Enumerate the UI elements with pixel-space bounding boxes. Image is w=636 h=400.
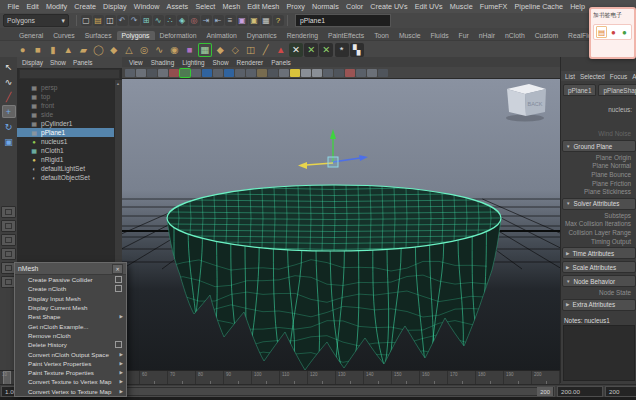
viewport-menu-item[interactable]: Panels <box>271 59 291 66</box>
joint-x-icon[interactable]: ✕ <box>289 43 303 57</box>
outliner-search-bar[interactable] <box>19 69 120 79</box>
outliner-item-top[interactable]: ▦ top <box>17 92 122 101</box>
textured-display-icon[interactable] <box>202 69 212 77</box>
render-current-frame-icon[interactable]: ▣ <box>237 15 248 26</box>
menubar-item[interactable]: Window <box>130 2 163 11</box>
frame-all-icon[interactable] <box>323 69 333 77</box>
menubar-item[interactable]: Color <box>342 2 366 11</box>
nmesh-menu-item[interactable]: Get nCloth Example... <box>15 321 126 330</box>
section-scale-attributes[interactable]: ▶ Scale Attributes <box>562 261 636 273</box>
polygon-torus-icon[interactable]: ◯ <box>92 43 106 57</box>
nmesh-menu-item[interactable]: Convert Vertex to Texture Map ▶ <box>15 387 126 396</box>
output-connections-icon[interactable]: ⇤ <box>213 15 224 26</box>
menubar-item[interactable]: Proxy <box>283 2 309 11</box>
camera-icon[interactable] <box>125 69 135 77</box>
polygon-cube-icon[interactable]: ■ <box>31 43 45 57</box>
timeline-tick[interactable]: 80 <box>196 371 224 385</box>
multi-pass-icon[interactable] <box>378 69 388 77</box>
extrude-icon[interactable]: ◆ <box>213 43 227 57</box>
outliner-item-nrigid1[interactable]: ● nRigid1 <box>17 155 122 164</box>
shelf-tab[interactable]: Curves <box>48 31 80 40</box>
timeline-tick[interactable]: 140 <box>364 371 392 385</box>
menubar-item[interactable]: FumeFX <box>476 2 511 11</box>
outliner-menu-item[interactable]: Show <box>50 59 66 66</box>
outliner-item-side[interactable]: ▦ side <box>17 110 122 119</box>
make-live-icon[interactable]: ◎ <box>189 15 200 26</box>
nmesh-menu-item[interactable]: Remove nCloth <box>15 331 126 340</box>
polygon-plane-icon[interactable]: ▰ <box>76 43 90 57</box>
undo-icon[interactable]: ↶ <box>117 15 128 26</box>
select-tool-icon[interactable]: ↖ <box>2 60 16 73</box>
outliner-item-nucleus1[interactable]: ● nucleus1 <box>17 137 122 146</box>
shelf-tab[interactable]: Rendering <box>282 31 323 40</box>
ipr-render-icon[interactable]: ▣ <box>249 15 260 26</box>
range-slider[interactable]: 1 200 <box>99 386 555 397</box>
stereo-icon[interactable] <box>367 69 377 77</box>
nmesh-menu-item[interactable]: Convert nCloth Output Space ▶ <box>15 349 126 358</box>
nmesh-menu-item[interactable]: Rest Shape ▶ <box>15 312 126 321</box>
shelf-tab[interactable]: Muscle <box>394 31 426 40</box>
timeline-tick[interactable]: 150 <box>392 371 420 385</box>
rotate-tool-icon[interactable]: ↻ <box>2 120 16 133</box>
shelf-tab[interactable]: nCloth <box>500 31 530 40</box>
shelf-tab[interactable]: Animation <box>202 31 242 40</box>
heads-up-display-icon[interactable] <box>345 69 355 77</box>
shelf-selector-dropdown[interactable]: Polygons ▾ <box>3 14 69 27</box>
constraint-x-icon[interactable]: ✕ <box>319 43 333 57</box>
timeline-tick[interactable]: 190 <box>504 371 532 385</box>
shelf-tab[interactable]: General <box>14 31 48 40</box>
section-ground-plane[interactable]: ▼ Ground Plane <box>562 140 636 152</box>
red-badge-icon[interactable]: ● <box>609 27 618 37</box>
polygon-pipe-icon[interactable]: ◎ <box>137 43 151 57</box>
attribute-editor-menu-item[interactable]: Attributes <box>632 73 636 80</box>
timeline-tick[interactable]: 90 <box>224 371 252 385</box>
attribute-editor-menu-item[interactable]: Focus <box>610 73 627 80</box>
grid-toggle-icon[interactable] <box>158 69 168 77</box>
layout-single-button[interactable] <box>1 206 16 218</box>
option-box-icon[interactable] <box>115 276 122 283</box>
timeline-tick[interactable]: 110 <box>280 371 308 385</box>
nmesh-menu-item[interactable]: Paint Texture Properties ▶ <box>15 368 126 377</box>
outliner-item-ncloth1[interactable]: ▦ nCloth1 <box>17 146 122 155</box>
playback-end-field[interactable]: 200 <box>605 386 636 397</box>
nmesh-menu-item[interactable]: Delete History <box>15 340 126 349</box>
polygon-pyramid-icon[interactable]: △ <box>122 43 136 57</box>
green-badge-icon[interactable]: ● <box>620 27 629 37</box>
close-icon[interactable]: ✕ <box>112 264 123 274</box>
polygon-soccer-icon[interactable]: ◉ <box>167 43 181 57</box>
move-tool-icon[interactable]: + <box>2 105 16 118</box>
attribute-editor-tab[interactable]: pPlaneShape1 <box>598 84 636 96</box>
shelf-tab[interactable]: Fluids <box>425 31 453 40</box>
redo-icon[interactable]: ↷ <box>129 15 140 26</box>
menubar-item[interactable]: Mesh <box>219 2 244 11</box>
menubar-item[interactable]: Help <box>567 2 589 11</box>
menubar-item[interactable]: Normals <box>308 2 342 11</box>
nmesh-menu-item[interactable]: Display Current Mesh <box>15 303 126 312</box>
layout-four-view-button[interactable] <box>1 220 16 232</box>
new-scene-icon[interactable]: ▢ <box>81 15 92 26</box>
image-plane-icon[interactable] <box>147 69 157 77</box>
wireframe-on-shaded-icon[interactable] <box>180 69 190 77</box>
viewport-menu-item[interactable]: View <box>129 59 143 66</box>
safe-action-icon[interactable] <box>301 69 311 77</box>
timeline-tick[interactable]: 200 <box>532 371 560 385</box>
shelf-tab[interactable]: Polygons <box>117 31 155 40</box>
viewport-menu-item[interactable]: Show <box>213 59 229 66</box>
attribute-editor-menu-item[interactable]: Selected <box>580 73 605 80</box>
menubar-item[interactable]: Edit <box>23 2 43 11</box>
timeline-tick[interactable]: 100 <box>252 371 280 385</box>
timeline-tick[interactable]: 160 <box>420 371 448 385</box>
outliner-item-front[interactable]: ▦ front <box>17 101 122 110</box>
scale-tool-icon[interactable]: ▣ <box>2 135 16 148</box>
red-cone-deformer-icon[interactable]: ▲ <box>274 43 288 57</box>
timeline-tick[interactable]: 70 <box>168 371 196 385</box>
nmesh-menu-item[interactable]: Create nCloth <box>15 284 126 293</box>
outliner-item-defaultobjectset[interactable]: ◐ defaultObjectSet <box>17 173 122 182</box>
paint-select-tool-icon[interactable]: ╱ <box>2 90 16 103</box>
menubar-item[interactable]: Create UVs <box>367 2 411 11</box>
shelf-tab[interactable]: nHair <box>474 31 500 40</box>
attribute-editor-menu-item[interactable]: List <box>565 73 575 80</box>
snap-point-icon[interactable]: ∴ <box>165 15 176 26</box>
input-connections-icon[interactable]: ⇥ <box>201 15 212 26</box>
bevel-icon[interactable]: ◇ <box>228 43 242 57</box>
